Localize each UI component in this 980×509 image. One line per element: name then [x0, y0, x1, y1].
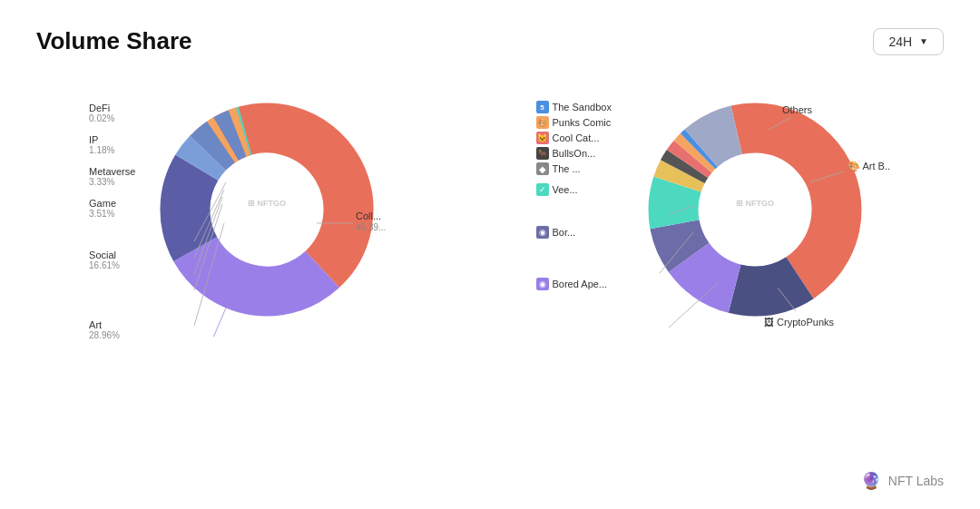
legend-item-the: ◆ The ...: [536, 162, 612, 175]
left-chart-area: DeFi 0.02% IP 1.18% Metaverse 3.33% Game…: [89, 83, 394, 340]
legend-item-bor: ◉ Bor...: [536, 226, 612, 239]
the-icon: ◆: [536, 162, 549, 175]
legend-item-sandbox: 5 The Sandbox: [536, 101, 612, 113]
legend-item-cool-cat: 🐱 Cool Cat...: [536, 132, 612, 144]
donut-hole-left: [211, 153, 323, 266]
label-artb: 🎨 Art B...: [848, 160, 891, 172]
label-cryptopunks: 🖼 CryptoPunks: [764, 317, 835, 328]
bor-icon: ◉: [536, 226, 549, 239]
header: Volume Share 24H ▼: [36, 27, 944, 55]
right-donut-svg: ⊞ NFTGO 🎨 Art B... Others 🖼 CryptoPunks: [619, 73, 891, 346]
time-selector[interactable]: 24H ▼: [873, 28, 944, 55]
punks-comic-icon: 🎨: [536, 116, 549, 129]
page-title: Volume Share: [36, 27, 191, 55]
donut-hole-right: [699, 153, 811, 266]
legend-item-punks-comic: 🎨 Punks Comic: [536, 116, 612, 129]
main-container: Volume Share 24H ▼ DeFi 0.02% IP 1.18%: [0, 0, 980, 509]
legend-item-bullson: 🐂 BullsOn...: [536, 147, 612, 160]
sandbox-icon: 5: [536, 101, 549, 113]
legend-item-vee: ✓ Vee...: [536, 183, 612, 196]
nft-labs-icon: 🔮: [861, 471, 881, 491]
left-donut-container: ⊞ NFTGO Coll... 46.39...: [140, 83, 394, 340]
legend-item-art: Art 28.96%: [89, 319, 135, 340]
legend-item-game: Game 3.51%: [89, 198, 135, 219]
nft-labs-branding: 🔮 NFT Labs: [861, 471, 944, 491]
bored-ape-icon: ◉: [536, 278, 549, 290]
charts-row: DeFi 0.02% IP 1.18% Metaverse 3.33% Game…: [36, 73, 944, 349]
nftgo-logo-left: ⊞ NFTGO: [248, 199, 286, 208]
legend-item-defi: DeFi 0.02%: [89, 103, 135, 123]
bullson-icon: 🐂: [536, 147, 549, 160]
right-chart-area: 5 The Sandbox 🎨 Punks Comic 🐱 Cool Cat..…: [536, 73, 891, 349]
legend-item-metaverse: Metaverse 3.33%: [89, 166, 135, 187]
legend-item-ip: IP 1.18%: [89, 134, 135, 155]
right-donut-container: ⊞ NFTGO 🎨 Art B... Others 🖼 CryptoPunks: [619, 73, 891, 349]
left-donut-svg: ⊞ NFTGO Coll... 46.39...: [140, 83, 394, 337]
cool-cat-icon: 🐱: [536, 132, 549, 144]
left-legend: DeFi 0.02% IP 1.18% Metaverse 3.33% Game…: [89, 83, 135, 340]
legend-item-social: Social 16.61%: [89, 250, 135, 270]
nftgo-logo-right: ⊞ NFTGO: [736, 199, 774, 208]
vee-icon: ✓: [536, 183, 549, 196]
label-others: Others: [782, 104, 813, 115]
label-coll-pct: 46.39...: [356, 222, 386, 232]
legend-item-bored-ape: ◉ Bored Ape...: [536, 278, 612, 290]
label-coll-name: Coll...: [356, 210, 381, 221]
nft-labs-label: NFT Labs: [888, 474, 944, 488]
time-selector-label: 24H: [888, 34, 912, 49]
right-legend: 5 The Sandbox 🎨 Punks Comic 🐱 Cool Cat..…: [536, 101, 612, 290]
chevron-down-icon: ▼: [919, 36, 928, 46]
